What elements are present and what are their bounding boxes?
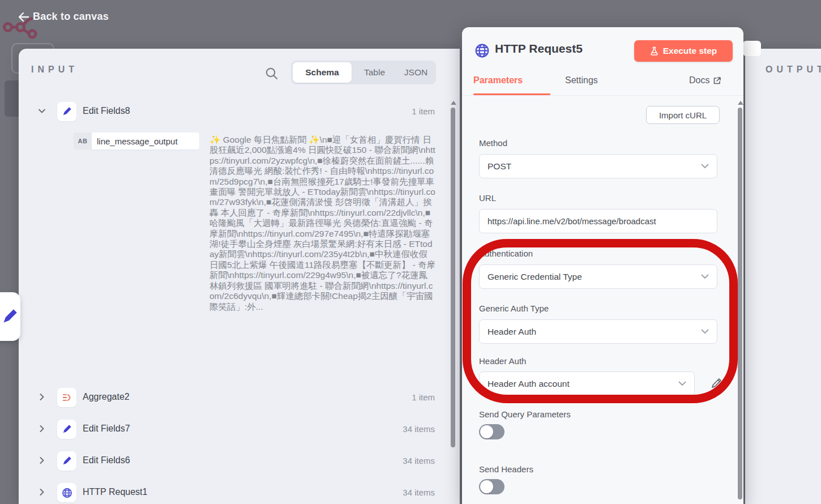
node-name: Aggregate2 xyxy=(83,392,130,402)
active-tab-underline xyxy=(473,93,550,95)
chevron-down-icon xyxy=(701,164,709,169)
method-value: POST xyxy=(488,161,511,172)
tab-settings[interactable]: Settings xyxy=(565,75,598,86)
chevron-right-icon[interactable] xyxy=(37,424,46,433)
node-settings-panel: HTTP Request5 Execute step Parameters Se… xyxy=(462,27,743,504)
aggregate-node-icon xyxy=(57,388,76,407)
generic-auth-type-label: Generic Auth Type xyxy=(479,304,549,313)
edit-fields-node-icon xyxy=(57,451,76,471)
scrollbar-thumb[interactable] xyxy=(451,108,455,447)
method-select[interactable]: POST xyxy=(479,154,717,178)
params-scrollbar[interactable] xyxy=(737,100,744,502)
chevron-right-icon[interactable] xyxy=(37,392,46,402)
edit-fields-node-icon xyxy=(1,308,18,325)
execute-step-label: Execute step xyxy=(663,46,717,56)
output-ghost-button xyxy=(743,41,761,56)
edit-fields-node-icon xyxy=(57,102,76,121)
node-item-count: 1 item xyxy=(412,106,435,116)
output-panel: OUTPUT xyxy=(745,49,821,504)
method-label: Method xyxy=(479,138,507,148)
back-to-canvas-link[interactable]: Back to canvas xyxy=(33,11,109,23)
generic-auth-type-select[interactable]: Header Auth xyxy=(479,319,717,344)
header-auth-value: Header Auth account xyxy=(488,379,570,389)
chevron-down-icon xyxy=(678,381,686,386)
send-query-parameters-label: Send Query Parameters xyxy=(479,409,571,419)
node-item-count: 34 items xyxy=(403,488,435,497)
node-name: Edit Fields6 xyxy=(83,455,130,465)
edit-fields-node-icon xyxy=(57,420,76,439)
send-headers-toggle[interactable] xyxy=(479,479,504,494)
chevron-right-icon[interactable] xyxy=(37,488,46,497)
back-arrow-icon[interactable] xyxy=(17,10,31,24)
scroll-up-arrow-icon[interactable] xyxy=(451,101,456,105)
docs-label: Docs xyxy=(689,75,709,86)
tab-parameters[interactable]: Parameters xyxy=(473,75,523,86)
chevron-down-icon xyxy=(701,329,709,334)
node-item-count: 1 item xyxy=(412,392,435,402)
scroll-up-arrow-icon[interactable] xyxy=(738,101,743,105)
input-panel: INPUT Schema Table JSON Edit Fields8 1 i… xyxy=(19,49,460,504)
send-headers-label: Send Headers xyxy=(479,464,533,474)
node-name: Edit Fields8 xyxy=(83,106,130,116)
docs-link[interactable]: Docs xyxy=(689,75,721,86)
tree-row-edit-fields8[interactable]: Edit Fields8 1 item xyxy=(19,102,460,121)
search-icon[interactable] xyxy=(264,66,279,81)
input-scrollbar[interactable] xyxy=(450,100,457,502)
external-link-icon xyxy=(713,76,721,85)
chevron-right-icon[interactable] xyxy=(37,456,46,465)
node-title[interactable]: HTTP Request5 xyxy=(495,42,583,55)
node-name: HTTP Request1 xyxy=(83,487,147,497)
tab-table[interactable]: Table xyxy=(352,62,397,83)
tree-row-http-request1[interactable]: HTTP Request1 34 items xyxy=(19,483,460,502)
output-panel-title: OUTPUT xyxy=(766,65,821,75)
scrollbar-thumb[interactable] xyxy=(738,108,742,499)
field-value-text: ✨ Google 每日焦點新聞 ✨\n■迎「女首相」慶賀行情 日股狂飆近2,00… xyxy=(209,135,436,312)
node-name: Edit Fields7 xyxy=(83,424,130,434)
tab-json[interactable]: JSON xyxy=(397,62,434,83)
tree-row-edit-fields6[interactable]: Edit Fields6 34 items xyxy=(19,451,460,471)
node-item-count: 34 items xyxy=(403,456,435,465)
field-type-badge: AB xyxy=(74,133,92,150)
url-input[interactable]: https://api.line.me/v2/bot/message/broad… xyxy=(479,209,717,233)
input-node-pill[interactable] xyxy=(0,292,20,341)
generic-auth-type-value: Header Auth xyxy=(488,327,536,337)
node-item-count: 34 items xyxy=(403,424,435,434)
url-label: URL xyxy=(479,193,496,203)
edit-credential-icon[interactable] xyxy=(710,376,724,390)
input-panel-title: INPUT xyxy=(31,65,78,75)
header-auth-label: Header Auth xyxy=(479,356,526,366)
http-request-icon xyxy=(474,43,490,58)
flask-icon xyxy=(650,46,658,55)
chevron-down-icon[interactable] xyxy=(37,106,46,116)
tree-row-edit-fields7[interactable]: Edit Fields7 34 items xyxy=(19,420,460,439)
tabs-divider xyxy=(462,95,743,96)
view-mode-switcher: Schema Table JSON xyxy=(291,61,436,84)
http-request-node-icon xyxy=(57,483,76,502)
import-curl-button[interactable]: Import cURL xyxy=(646,106,720,124)
tree-row-aggregate2[interactable]: Aggregate2 1 item xyxy=(19,388,460,407)
field-name-pill[interactable]: line_message_output xyxy=(92,133,199,150)
authentication-select[interactable]: Generic Credential Type xyxy=(479,264,717,289)
tab-schema[interactable]: Schema xyxy=(293,62,352,83)
header-auth-select[interactable]: Header Auth account xyxy=(479,371,695,396)
authentication-value: Generic Credential Type xyxy=(488,272,582,282)
authentication-label: Authentication xyxy=(479,249,533,258)
chevron-down-icon xyxy=(701,274,709,279)
send-query-parameters-toggle[interactable] xyxy=(479,424,504,439)
execute-step-button[interactable]: Execute step xyxy=(634,40,733,62)
